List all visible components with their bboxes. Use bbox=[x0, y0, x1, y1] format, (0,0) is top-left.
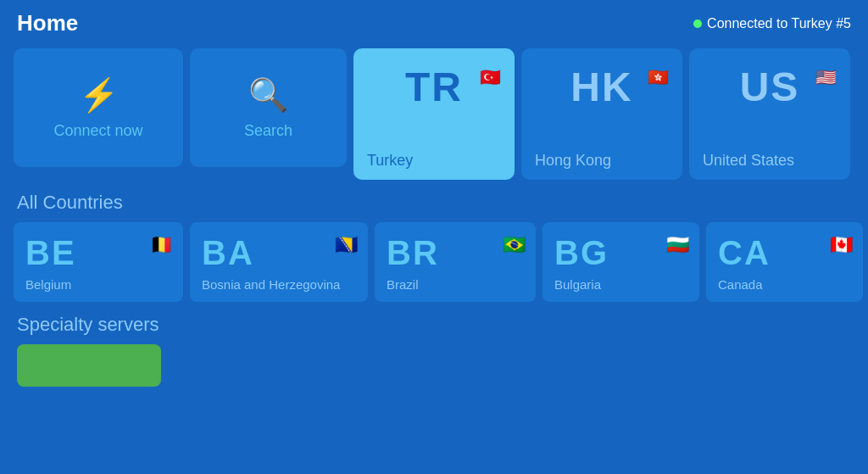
turkey-code: TR bbox=[405, 64, 463, 110]
canada-flag: 🇨🇦 bbox=[830, 234, 853, 256]
bosnia-flag: 🇧🇦 bbox=[335, 234, 358, 256]
search-label: Search bbox=[244, 122, 292, 140]
brazil-card[interactable]: BR 🇧🇷 Brazil bbox=[375, 222, 536, 302]
top-bar: Home Connected to Turkey #5 bbox=[0, 0, 868, 40]
turkey-flag: 🇹🇷 bbox=[477, 67, 503, 87]
specialty-bar[interactable] bbox=[17, 344, 161, 387]
us-name: United States bbox=[703, 152, 794, 170]
connect-now-label: Connect now bbox=[53, 122, 142, 140]
countries-row: BE 🇧🇪 Belgium BA 🇧🇦 Bosnia and Herzegovi… bbox=[0, 222, 868, 302]
connect-now-tile[interactable]: ⚡ Connect now bbox=[14, 48, 183, 167]
canada-card[interactable]: CA 🇨🇦 Canada bbox=[706, 222, 863, 302]
lightning-icon: ⚡ bbox=[79, 76, 119, 114]
featured-tiles-row: ⚡ Connect now 🔍 Search TR 🇹🇷 Turkey HK 🇭… bbox=[0, 40, 868, 188]
turkey-tile[interactable]: TR 🇹🇷 Turkey bbox=[353, 48, 515, 180]
us-tile[interactable]: US 🇺🇸 United States bbox=[689, 48, 850, 180]
all-countries-title: All Countries bbox=[0, 188, 868, 222]
bosnia-name: Bosnia and Herzegovina bbox=[202, 277, 356, 292]
bulgaria-card[interactable]: BG 🇧🇬 Bulgaria bbox=[542, 222, 699, 302]
us-code: US bbox=[740, 64, 800, 110]
brazil-name: Brazil bbox=[387, 277, 524, 292]
turkey-name: Turkey bbox=[367, 152, 413, 170]
connected-text: Connected to Turkey #5 bbox=[707, 16, 851, 31]
belgium-card[interactable]: BE 🇧🇪 Belgium bbox=[14, 222, 183, 302]
search-tile[interactable]: 🔍 Search bbox=[190, 48, 347, 167]
hongkong-code: HK bbox=[570, 64, 632, 110]
bulgaria-flag: 🇧🇬 bbox=[666, 234, 689, 256]
canada-name: Canada bbox=[718, 277, 851, 292]
page-title: Home bbox=[17, 10, 78, 36]
search-icon: 🔍 bbox=[248, 76, 288, 114]
belgium-name: Belgium bbox=[25, 277, 171, 292]
connection-status: Connected to Turkey #5 bbox=[693, 16, 851, 31]
hongkong-tile[interactable]: HK 🇭🇰 Hong Kong bbox=[521, 48, 682, 180]
bulgaria-name: Bulgaria bbox=[554, 277, 687, 292]
us-flag: 🇺🇸 bbox=[813, 67, 838, 87]
bosnia-card[interactable]: BA 🇧🇦 Bosnia and Herzegovina bbox=[190, 222, 368, 302]
specialty-section: Specialty servers bbox=[0, 302, 868, 387]
belgium-flag: 🇧🇪 bbox=[150, 234, 173, 256]
specialty-title: Specialty servers bbox=[17, 314, 851, 336]
bosnia-code: BA bbox=[202, 234, 356, 272]
brazil-flag: 🇧🇷 bbox=[503, 234, 526, 256]
connected-dot bbox=[693, 20, 702, 28]
hongkong-flag: 🇭🇰 bbox=[645, 67, 670, 87]
hongkong-name: Hong Kong bbox=[535, 152, 611, 170]
